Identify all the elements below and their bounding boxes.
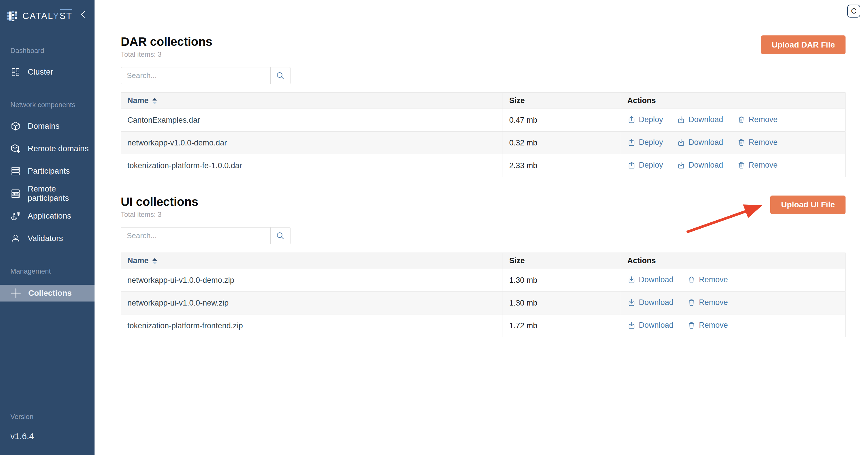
download-action[interactable]: Download <box>677 161 723 170</box>
deploy-action[interactable]: Deploy <box>627 138 663 147</box>
trash-icon <box>687 298 696 307</box>
file-name: networkapp-ui-v1.0.0-demo.zip <box>121 269 503 292</box>
deploy-icon <box>627 138 636 147</box>
column-header-actions: Actions <box>621 253 845 269</box>
ui-collections-section: UI collections Total items: 3 Upload UI … <box>121 177 845 337</box>
download-action[interactable]: Download <box>627 298 674 307</box>
download-icon <box>627 321 636 329</box>
download-action[interactable]: Download <box>677 138 723 147</box>
remove-action[interactable]: Remove <box>687 298 728 307</box>
dar-collections-section: DAR collections Total items: 3 Upload DA… <box>121 23 845 177</box>
file-name: tokenization-platform-fe-1.0.0.dar <box>121 154 503 177</box>
deploy-icon <box>627 116 636 124</box>
sidebar-item-label: Cluster <box>28 67 53 76</box>
sidebar-item-cluster[interactable]: Cluster <box>0 61 95 83</box>
column-header-name[interactable]: Name <box>121 253 503 269</box>
sidebar-item-remote-domains[interactable]: Remote domains <box>0 137 95 160</box>
search-icon <box>276 71 285 80</box>
catalyst-logo-icon <box>6 10 20 23</box>
sort-icon[interactable] <box>152 98 157 104</box>
file-size: 0.47 mb <box>503 109 621 132</box>
page-title-ui: UI collections <box>121 177 845 209</box>
avatar[interactable]: C <box>847 5 860 18</box>
sidebar-collapse-button[interactable] <box>79 10 88 20</box>
search-button-dar[interactable] <box>271 67 290 84</box>
trash-icon <box>737 138 746 147</box>
trash-icon <box>687 321 696 329</box>
trash-icon <box>737 116 746 124</box>
nav-section-management: Management <box>0 267 95 275</box>
sidebar-item-remote-participants[interactable]: Remote participants <box>0 182 95 205</box>
version-value: v1.6.4 <box>10 431 34 441</box>
version-label: Version <box>10 412 34 421</box>
remove-action[interactable]: Remove <box>737 115 778 124</box>
search-input-ui[interactable] <box>121 227 271 244</box>
column-header-name[interactable]: Name <box>121 93 503 109</box>
deploy-icon <box>627 161 636 169</box>
download-action[interactable]: Download <box>677 115 723 124</box>
file-size: 1.72 mb <box>503 315 621 337</box>
dar-search <box>121 67 290 84</box>
file-name: CantonExamples.dar <box>121 109 503 132</box>
download-action[interactable]: Download <box>627 275 674 284</box>
table-row: networkapp-v1.0.0-demo.dar 0.32 mb Deplo… <box>121 132 845 154</box>
file-size: 1.30 mb <box>503 269 621 292</box>
sidebar-item-collections[interactable]: Collections <box>0 285 95 301</box>
sidebar-item-label: Participants <box>28 166 70 176</box>
file-size: 0.32 mb <box>503 132 621 154</box>
deploy-action[interactable]: Deploy <box>627 115 663 124</box>
remove-action[interactable]: Remove <box>687 275 728 284</box>
remove-action[interactable]: Remove <box>687 321 728 330</box>
sidebar: CATALYST Dashboard Cluster Network compo… <box>0 0 95 455</box>
download-icon <box>677 116 685 124</box>
sidebar-item-label: Collections <box>28 289 72 298</box>
table-header-row: Name Size Actions <box>121 253 845 269</box>
version-block: Version v1.6.4 <box>10 412 34 441</box>
servers-icon <box>10 166 21 176</box>
file-size: 2.33 mb <box>503 154 621 177</box>
column-header-size: Size <box>503 253 621 269</box>
anchor-cube-icon <box>10 211 21 221</box>
sidebar-item-applications[interactable]: Applications <box>0 205 95 227</box>
sidebar-item-label: Applications <box>28 212 71 221</box>
sidebar-item-label: Domains <box>28 122 59 131</box>
file-size: 1.30 mb <box>503 292 621 315</box>
sidebar-item-domains[interactable]: Domains <box>0 115 95 137</box>
upload-ui-file-button[interactable]: Upload UI File <box>770 196 845 214</box>
file-name: networkapp-ui-v1.0.0-new.zip <box>121 292 503 315</box>
trash-icon <box>687 275 696 284</box>
cube-icon <box>10 121 21 131</box>
upload-dar-file-button[interactable]: Upload DAR File <box>761 35 845 54</box>
table-header-row: Name Size Actions <box>121 93 845 109</box>
ui-search <box>121 227 290 244</box>
search-input-dar[interactable] <box>121 67 271 84</box>
remove-action[interactable]: Remove <box>737 138 778 147</box>
topbar: C <box>95 0 868 23</box>
deploy-action[interactable]: Deploy <box>627 161 663 170</box>
search-icon <box>276 231 285 240</box>
sidebar-item-label: Validators <box>28 234 63 243</box>
file-name: networkapp-v1.0.0-demo.dar <box>121 132 503 154</box>
ui-table: Name Size Actions networkapp-ui-v1.0.0-d… <box>121 253 845 337</box>
table-row: tokenization-platform-fe-1.0.0.dar 2.33 … <box>121 154 845 177</box>
servers-plus-icon <box>10 188 21 199</box>
sidebar-item-participants[interactable]: Participants <box>0 160 95 182</box>
nav-section-dashboard: Dashboard <box>0 46 95 55</box>
sort-icon[interactable] <box>152 258 157 264</box>
download-action[interactable]: Download <box>627 321 674 330</box>
main-content: DAR collections Total items: 3 Upload DA… <box>95 23 868 455</box>
table-row: CantonExamples.dar 0.47 mb Deploy Downlo… <box>121 109 845 132</box>
search-button-ui[interactable] <box>271 227 290 244</box>
brand-name: CATALYST <box>23 11 72 21</box>
remove-action[interactable]: Remove <box>737 161 778 170</box>
sidebar-header: CATALYST <box>0 0 95 26</box>
person-icon <box>10 233 21 243</box>
sidebar-item-label: Remote domains <box>28 144 89 153</box>
total-items-dar: Total items: 3 <box>121 51 845 59</box>
table-row: tokenization-platform-frontend.zip 1.72 … <box>121 315 845 337</box>
sidebar-item-validators[interactable]: Collections Validators <box>0 227 95 250</box>
sidebar-nav: Dashboard Cluster Network components Dom… <box>0 46 95 301</box>
sidebar-item-label: Remote participants <box>28 184 95 203</box>
file-name: tokenization-platform-frontend.zip <box>121 315 503 337</box>
table-row: networkapp-ui-v1.0.0-demo.zip 1.30 mb Do… <box>121 269 845 292</box>
